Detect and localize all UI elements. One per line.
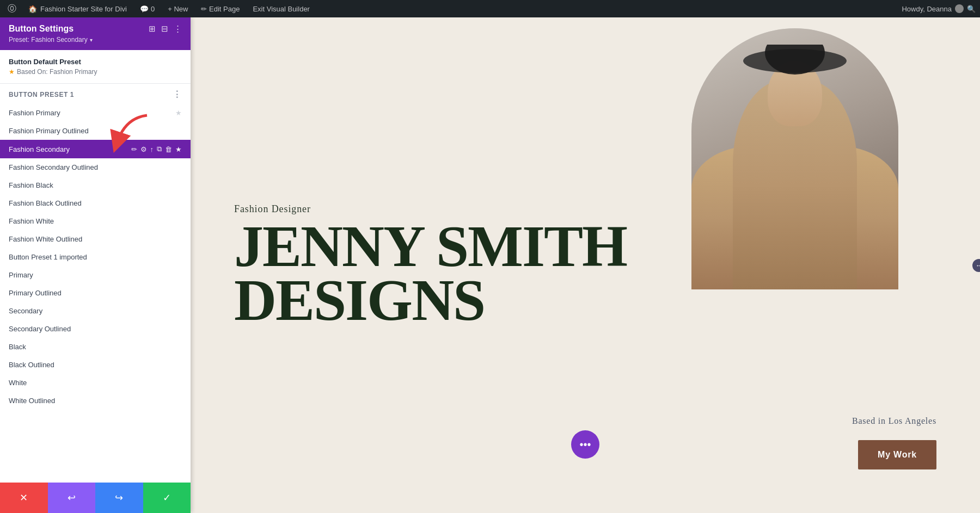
preset-name: Primary [9,271,182,279]
preset-name: Fashion Secondary [9,145,131,153]
preset-item-fashion-white[interactable]: Fashion White [0,212,191,230]
undo-button[interactable]: ↩ [48,483,96,513]
grid-icon[interactable]: ⊟ [161,24,168,34]
new-button[interactable]: + New [163,3,192,15]
chevron-down-icon: ▾ [90,37,93,43]
bottom-action-bar: ✕ ↩ ↪ ✓ [0,483,191,513]
wp-logo-icon[interactable]: ⓪ [4,1,20,16]
comments-link[interactable]: 💬 0 [136,3,159,15]
preset-name: White [9,379,182,387]
exit-visual-builder-button[interactable]: Exit Visual Builder [248,3,314,15]
delete-preset-icon[interactable]: 🗑 [165,145,172,153]
hat-icon [740,45,849,77]
site-icon: 🏠 [28,5,37,13]
hero-section: Fashion Designer JENNY SMITH DESIGNS Bas… [191,17,980,513]
preset-name: Fashion Black Outlined [9,199,182,207]
based-on-text: Based On: Fashion Primary [17,68,97,76]
redo-button[interactable]: ↪ [95,483,143,513]
preset-name: Button Preset 1 imported [9,253,182,261]
cancel-icon: ✕ [20,492,28,504]
preset-item-fashion-white-outlined[interactable]: Fashion White Outlined [0,230,191,248]
preset-item-white-outlined[interactable]: White Outlined [0,392,191,410]
preset-name: Secondary Outlined [9,325,182,333]
panel-header-icons: ⊞ ⊟ ⋮ [149,24,182,34]
preset-item-fashion-secondary[interactable]: Fashion Secondary ✏ ⚙ ↑ ⧉ 🗑 ★ [0,140,191,158]
preset-section-title: Button Preset 1 [9,91,74,98]
preset-name: Secondary [9,307,182,315]
preset-list: Fashion Primary ★ Fashion Primary Outlin… [0,102,191,483]
columns-icon[interactable]: ⊞ [149,24,156,34]
search-icon[interactable]: 🔍 [967,5,976,13]
redo-icon: ↪ [115,492,123,504]
comment-icon: 💬 [140,5,149,13]
preset-name: Fashion Black [9,181,182,189]
panel-header: Button Settings ⊞ ⊟ ⋮ Preset: Fashion Se… [0,17,191,50]
save-button[interactable]: ✓ [143,483,191,513]
preset-item-black[interactable]: Black [0,338,191,356]
preset-name: Black Outlined [9,361,182,369]
preset-name: Black [9,343,182,351]
star-preset-icon[interactable]: ★ [175,145,182,153]
hero-text: Fashion Designer JENNY SMITH DESIGNS [234,203,936,327]
site-name-text: Fashion Starter Site for Divi [40,5,127,13]
preset-item-fashion-secondary-outlined[interactable]: Fashion Secondary Outlined [0,158,191,176]
comments-count-text: 0 [151,5,155,13]
copy-preset-icon[interactable]: ⧉ [157,145,162,153]
default-preset-box: Button Default Preset ★ Based On: Fashio… [0,50,191,84]
my-work-button[interactable]: My Work [858,440,936,469]
preset-item-fashion-primary-outlined[interactable]: Fashion Primary Outlined [0,122,191,140]
preset-name: Fashion Primary [9,109,175,117]
preset-name: Primary Outlined [9,289,182,297]
cancel-button[interactable]: ✕ [0,483,48,513]
more-options-icon[interactable]: ⋮ [174,24,182,34]
floating-options-button[interactable]: ••• [571,430,599,459]
favorite-star-icon[interactable]: ★ [175,109,182,117]
main-layout: Button Settings ⊞ ⊟ ⋮ Preset: Fashion Se… [0,17,980,513]
panel-title: Button Settings [9,24,74,34]
howdy-text: Howdy, Deanna 🔍 [902,4,976,13]
preset-section-header: Button Preset 1 ⋮ [0,84,191,102]
preset-item-white[interactable]: White [0,374,191,392]
preset-item-fashion-black[interactable]: Fashion Black [0,176,191,194]
default-preset-sub: ★ Based On: Fashion Primary [9,68,182,76]
preset-selector[interactable]: Preset: Fashion Secondary ▾ [9,36,182,44]
preset-name: Fashion Primary Outlined [9,127,182,135]
preset-item-primary[interactable]: Primary [0,266,191,284]
preset-name: Fashion White Outlined [9,235,182,243]
preset-name: Fashion Secondary Outlined [9,163,182,171]
user-avatar [955,4,964,13]
preset-item-secondary-outlined[interactable]: Secondary Outlined [0,320,191,338]
button-settings-panel: Button Settings ⊞ ⊟ ⋮ Preset: Fashion Se… [0,17,191,513]
preset-name: White Outlined [9,397,182,405]
designer-name-line2: DESIGNS [234,268,485,332]
preset-name: Fashion White [9,217,182,225]
preset-item-fashion-primary[interactable]: Fashion Primary ★ [0,104,191,122]
save-icon: ✓ [163,492,171,504]
panel-header-top: Button Settings ⊞ ⊟ ⋮ [9,24,182,34]
based-in-text: Based in Los Angeles [852,416,936,426]
upload-preset-icon[interactable]: ↑ [150,145,154,153]
star-icon: ★ [9,68,15,76]
preset-item-fashion-black-outlined[interactable]: Fashion Black Outlined [0,194,191,212]
preset-item-button-preset-1-imported[interactable]: Button Preset 1 imported [0,248,191,266]
preset-item-secondary[interactable]: Secondary [0,302,191,320]
visual-builder-canvas: ↔ [191,17,980,513]
fashion-designer-label: Fashion Designer [234,203,936,215]
section-more-icon[interactable]: ⋮ [173,89,182,100]
preset-item-primary-outlined[interactable]: Primary Outlined [0,284,191,302]
site-name-link[interactable]: 🏠 Fashion Starter Site for Divi [24,3,131,15]
preset-label: Preset: Fashion Secondary [9,36,88,44]
default-preset-label: Button Default Preset [9,58,182,66]
settings-preset-icon[interactable]: ⚙ [140,145,147,153]
edit-preset-icon[interactable]: ✏ [131,145,137,153]
preset-actions: ✏ ⚙ ↑ ⧉ 🗑 ★ [131,145,182,153]
edit-page-button[interactable]: ✏ Edit Page [197,3,244,15]
preset-item-black-outlined[interactable]: Black Outlined [0,356,191,374]
undo-icon: ↩ [68,492,76,504]
designer-name: JENNY SMITH DESIGNS [234,219,936,327]
wp-admin-bar: ⓪ 🏠 Fashion Starter Site for Divi 💬 0 + … [0,0,980,17]
